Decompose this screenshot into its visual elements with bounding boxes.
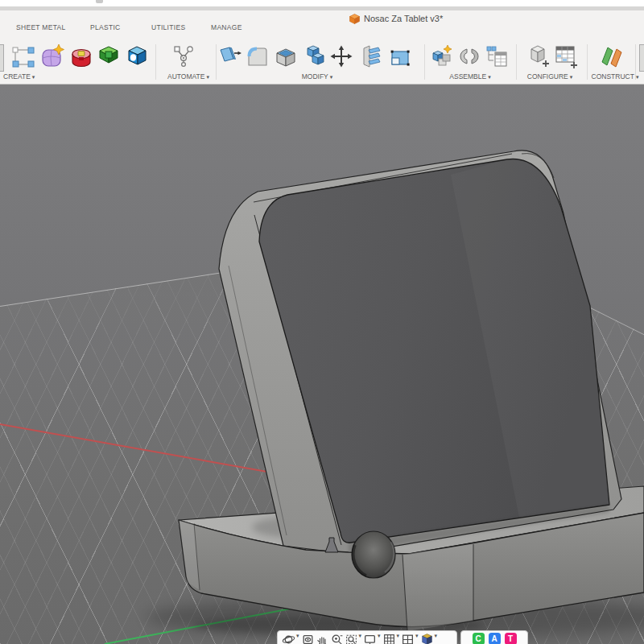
document-cube-icon bbox=[349, 14, 360, 24]
chevron-down-icon[interactable]: ▾ bbox=[296, 633, 299, 639]
pattern-icon[interactable] bbox=[358, 43, 386, 70]
tab-manage[interactable]: MANAGE bbox=[211, 23, 242, 31]
shell-icon[interactable] bbox=[272, 43, 299, 70]
base-corner-highlight bbox=[402, 544, 473, 631]
tab-utilities[interactable]: UTILITIES bbox=[151, 23, 185, 31]
chevron-down-icon: ▾ bbox=[330, 74, 333, 80]
extension-buttons-bar: C A T bbox=[460, 630, 528, 644]
fillet-icon[interactable] bbox=[244, 43, 271, 70]
construct-plane-icon[interactable] bbox=[598, 43, 625, 70]
look-at-button[interactable] bbox=[301, 633, 315, 644]
zoom-button[interactable] bbox=[330, 633, 344, 644]
view-navigation-bar: ▾ ▾ ▾ ▾ ▾ ▾ bbox=[277, 630, 457, 644]
chevron-down-icon[interactable]: ▾ bbox=[415, 633, 419, 639]
chevron-down-icon: ▾ bbox=[488, 74, 491, 80]
press-pull-icon[interactable] bbox=[216, 43, 243, 70]
fusion360-window: Nosac Za Tablet v3* SHEET METAL PLASTIC … bbox=[0, 0, 644, 644]
ribbon-toolbar: Nosac Za Tablet v3* SHEET METAL PLASTIC … bbox=[0, 10, 644, 85]
chevron-down-icon: ▾ bbox=[570, 74, 573, 80]
tablet-stand-model[interactable] bbox=[0, 85, 644, 644]
pan-button[interactable] bbox=[316, 633, 329, 644]
group-label-modify[interactable]: MODIFY▾ bbox=[302, 72, 333, 80]
bom-icon[interactable] bbox=[483, 43, 510, 70]
tab-plastic[interactable]: PLASTIC bbox=[90, 23, 121, 31]
group-label-construct[interactable]: CONSTRUCT▾ bbox=[592, 72, 639, 80]
derive-icon[interactable] bbox=[68, 43, 95, 70]
chevron-down-icon[interactable]: ▾ bbox=[397, 633, 400, 639]
hole-icon[interactable] bbox=[123, 43, 151, 70]
fit-button[interactable] bbox=[345, 633, 358, 644]
view-cube-button[interactable] bbox=[420, 633, 434, 644]
3d-viewport[interactable] bbox=[0, 85, 644, 644]
joint-icon[interactable] bbox=[456, 43, 483, 70]
group-label-automate[interactable]: AUTOMATE▾ bbox=[167, 72, 209, 80]
move-icon[interactable] bbox=[328, 43, 355, 70]
group-separator bbox=[587, 44, 588, 80]
document-tab[interactable]: Nosac Za Tablet v3* bbox=[349, 12, 443, 25]
grid-settings-button[interactable] bbox=[382, 633, 396, 644]
create-form-icon[interactable] bbox=[39, 43, 66, 70]
scale-icon[interactable] bbox=[386, 43, 414, 70]
t-button[interactable]: T bbox=[505, 633, 517, 644]
chevron-down-icon[interactable]: ▾ bbox=[378, 633, 381, 639]
configuration-table-icon[interactable] bbox=[552, 43, 580, 70]
group-separator bbox=[424, 44, 425, 80]
automate-icon[interactable] bbox=[170, 43, 197, 70]
document-title: Nosac Za Tablet v3* bbox=[364, 14, 443, 23]
group-separator bbox=[155, 44, 156, 80]
configuration-icon[interactable] bbox=[524, 43, 551, 70]
insert-mesh-icon[interactable] bbox=[95, 43, 122, 70]
chevron-down-icon[interactable]: ▾ bbox=[435, 633, 438, 639]
c-button[interactable]: C bbox=[473, 633, 485, 644]
a-button[interactable]: A bbox=[489, 633, 501, 644]
tab-sheet-metal[interactable]: SHEET METAL bbox=[16, 23, 66, 31]
chevron-down-icon: ▾ bbox=[32, 74, 35, 80]
partial-icon-left bbox=[0, 44, 4, 72]
window-chrome-strip bbox=[0, 0, 644, 6]
chevron-down-icon: ▾ bbox=[206, 74, 209, 80]
group-label-configure[interactable]: CONFIGURE▾ bbox=[527, 72, 573, 80]
viewports-button[interactable] bbox=[401, 633, 415, 644]
chrome-remnant bbox=[96, 0, 103, 3]
orbit-button[interactable] bbox=[282, 633, 295, 644]
group-separator bbox=[516, 44, 517, 80]
group-label-create[interactable]: CREATE▾ bbox=[3, 72, 35, 80]
display-settings-button[interactable] bbox=[363, 633, 377, 644]
new-component-icon[interactable] bbox=[428, 43, 456, 70]
create-sketch-icon[interactable] bbox=[10, 43, 37, 70]
group-label-assemble[interactable]: ASSEMBLE▾ bbox=[449, 72, 490, 80]
chevron-down-icon[interactable]: ▾ bbox=[359, 633, 362, 639]
partial-icon-right bbox=[639, 44, 644, 72]
combine-icon[interactable] bbox=[300, 43, 328, 70]
chevron-down-icon: ▾ bbox=[636, 74, 639, 80]
